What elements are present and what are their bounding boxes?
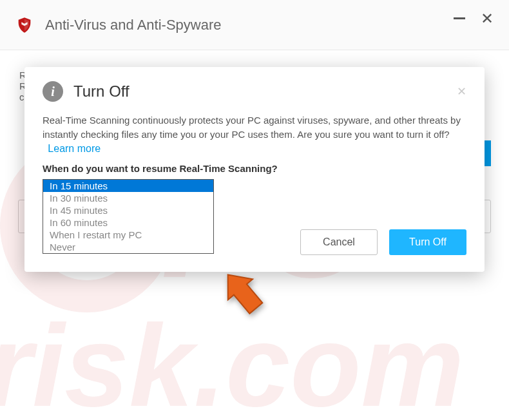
dialog-header: i Turn Off ✕ bbox=[43, 81, 466, 102]
resume-question-label: When do you want to resume Real-Time Sca… bbox=[43, 163, 466, 174]
modal-overlay: i Turn Off ✕ Real-Time Scanning continuo… bbox=[0, 0, 509, 420]
info-icon: i bbox=[43, 81, 63, 102]
dropdown-option-45min[interactable]: In 45 minutes bbox=[43, 204, 213, 216]
dialog-description: Real-Time Scanning continuously protects… bbox=[43, 115, 461, 140]
dropdown-option-15min[interactable]: In 15 minutes bbox=[43, 180, 213, 192]
learn-more-link[interactable]: Learn more bbox=[48, 143, 101, 154]
dialog-close-button[interactable]: ✕ bbox=[457, 84, 466, 99]
dialog-title: Turn Off bbox=[73, 82, 457, 100]
dropdown-option-30min[interactable]: In 30 minutes bbox=[43, 192, 213, 204]
annotation-arrow-icon bbox=[219, 261, 271, 321]
dialog-body: Real-Time Scanning continuously protects… bbox=[43, 113, 466, 155]
turn-off-button[interactable]: Turn Off bbox=[389, 229, 466, 255]
dropdown-option-60min[interactable]: In 60 minutes bbox=[43, 216, 213, 229]
turn-off-dialog: i Turn Off ✕ Real-Time Scanning continuo… bbox=[24, 67, 485, 272]
cancel-button[interactable]: Cancel bbox=[300, 229, 378, 255]
